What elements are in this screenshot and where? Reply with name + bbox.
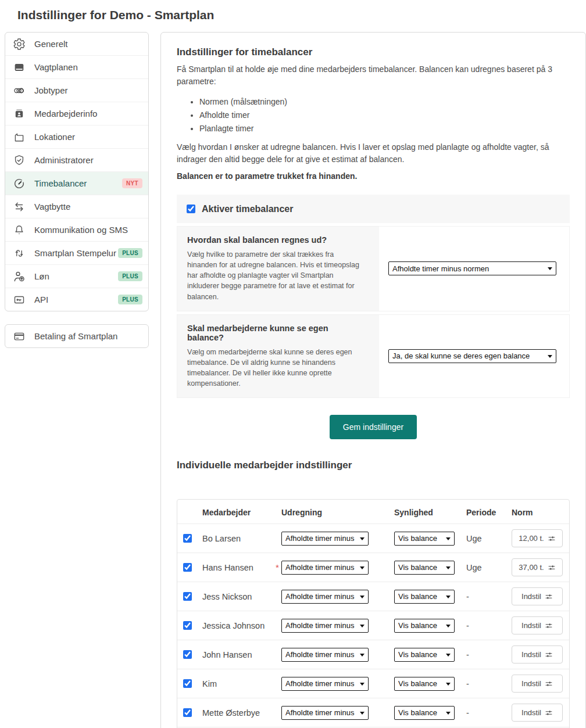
calculation-select[interactable]: Afholdte timer minus normen [388, 261, 556, 275]
visibility-setting-text: Skal medarbejderne kunne se egen balance… [177, 315, 379, 398]
table-row: Jessica Johnson * Afholdte timer minus n… [177, 611, 569, 640]
intro-paragraph: Få Smartplan til at holde øje med dine m… [177, 63, 555, 88]
sidebar-item-label: Betaling af Smartplan [34, 331, 117, 341]
employee-calculation-select[interactable]: Afholdte timer minus normen [281, 619, 369, 633]
sidebar-item-vagtplanen[interactable]: Vagtplanen [5, 56, 148, 79]
sliders-icon [545, 680, 553, 688]
sidebar-item-vagtbytte[interactable]: Vagtbytte [5, 195, 148, 218]
schedule-icon [12, 60, 26, 74]
sliders-icon [548, 564, 556, 572]
norm-button-label: 37,00 t. [519, 563, 544, 572]
save-settings-button[interactable]: Gem indstillinger [330, 415, 417, 439]
employee-checkbox[interactable] [183, 592, 192, 601]
api-key-icon [12, 293, 26, 307]
employee-visibility-select[interactable]: Vis balance [394, 619, 455, 633]
employee-visibility-select[interactable]: Vis balance [394, 561, 455, 575]
payroll-person-icon [12, 270, 26, 284]
employee-checkbox[interactable] [183, 563, 192, 572]
sidebar-item-api[interactable]: API PLUS [5, 288, 148, 311]
norm-button[interactable]: Indstil [512, 616, 563, 634]
explanation-paragraph: Vælg hvordan I ønsker at udregne balance… [177, 141, 555, 166]
employee-checkbox[interactable] [183, 534, 192, 543]
column-header-norm: Norm [512, 508, 569, 517]
employee-name: Jess Nickson [202, 592, 281, 601]
sidebar-item-timebalancer[interactable]: Timebalancer NYT [5, 172, 148, 195]
employee-period: - [466, 679, 512, 688]
employee-calculation-select[interactable]: Afholdte timer minus normen [281, 706, 369, 720]
norm-button[interactable]: Indstil [512, 645, 563, 664]
visibility-select-wrap: Ja, de skal kunne se deres egen balance [388, 349, 556, 363]
employee-visibility-select[interactable]: Vis balance [394, 706, 455, 720]
employee-calculation-select[interactable]: Afholdte timer minus normen [281, 532, 369, 546]
employee-table-body: Bo Larsen * Afholdte timer minus normen … [177, 523, 569, 728]
calculation-select-wrap: Afholdte timer minus normen [388, 261, 556, 275]
employee-period: - [466, 650, 512, 659]
norm-button-label: Indstil [521, 708, 541, 717]
sidebar-item-medarbejderinfo[interactable]: Medarbejderinfo [5, 102, 148, 125]
sidebar-item-administratorer[interactable]: Administratorer [5, 149, 148, 172]
sidebar-item-label: Løn [34, 271, 49, 281]
employee-period: - [466, 592, 512, 601]
column-header-periode: Periode [466, 508, 512, 517]
norm-button-label: Indstil [521, 592, 541, 601]
sidebar-item-label: Administratorer [34, 155, 94, 165]
employee-period: Uge [466, 563, 512, 572]
norm-button[interactable]: 37,00 t. [512, 558, 563, 576]
sidebar-item-label: Timebalancer [34, 178, 87, 188]
employee-period: - [466, 708, 512, 718]
parameter-list-item: Planlagte timer [199, 124, 570, 133]
sidebar-item-label: Vagtplanen [34, 62, 78, 72]
required-asterisk: * [276, 562, 279, 572]
employee-calculation-select[interactable]: Afholdte timer minus planlagte timer [281, 561, 369, 575]
norm-button-label: Indstil [521, 621, 541, 630]
sidebar-item-kommunikation-og-sms[interactable]: Kommunikation og SMS [5, 218, 148, 242]
stamp-clock-icon [12, 246, 26, 260]
employee-checkbox[interactable] [183, 621, 192, 630]
sliders-icon [545, 709, 553, 717]
employee-checkbox[interactable] [183, 679, 192, 688]
sidebar-item-l-n[interactable]: Løn PLUS [5, 265, 148, 288]
employee-calculation-select[interactable]: Afholdte timer minus normen [281, 590, 369, 604]
sliders-icon [548, 535, 556, 543]
employee-checkbox[interactable] [183, 708, 192, 717]
employee-visibility-select[interactable]: Vis balance [394, 590, 455, 604]
activate-timebalancer-checkbox[interactable] [187, 205, 195, 213]
sidebar-item-betaling-af-smartplan[interactable]: Betaling af Smartplan [5, 325, 148, 347]
links-icon [12, 84, 26, 98]
sidebar-item-jobtyper[interactable]: Jobtyper [5, 79, 148, 102]
employee-visibility-select[interactable]: Vis balance [394, 648, 455, 662]
sidebar-item-label: Jobtyper [34, 85, 68, 95]
employee-table-header: Medarbejder Udregning Synlighed Periode … [177, 500, 569, 523]
sliders-icon [545, 651, 553, 659]
sidebar-item-lokationer[interactable]: Lokationer [5, 125, 148, 149]
sidebar-item-label: API [34, 295, 48, 304]
visibility-select[interactable]: Ja, de skal kunne se deres egen balance [388, 349, 556, 363]
employee-name: Kim [202, 679, 281, 688]
employee-name: Mette Østerbye [202, 708, 281, 718]
employee-calculation-select[interactable]: Afholdte timer minus normen [281, 677, 369, 691]
norm-button[interactable]: 12,00 t. [512, 529, 563, 547]
main-panel: Indstillinger for timebalancer Få Smartp… [160, 32, 586, 728]
sidebar-item-label: Generelt [34, 39, 68, 49]
column-header-udregning: Udregning [281, 508, 394, 517]
page-title: Indstillinger for Demo - Smartplan [0, 0, 586, 32]
employee-checkbox[interactable] [183, 650, 192, 659]
visibility-setting-description: Vælg om medarbejderne skal kunne se dere… [187, 347, 365, 389]
id-card-icon [12, 107, 26, 121]
sidebar-item-generelt[interactable]: Generelt [5, 33, 148, 56]
norm-button[interactable]: Indstil [512, 587, 563, 605]
employee-visibility-select[interactable]: Vis balance [394, 677, 455, 691]
employee-visibility-select[interactable]: Vis balance [394, 532, 455, 546]
parameter-list: Normen (målsætningen)Afholdte timerPlanl… [177, 97, 570, 133]
table-row: Jess Nickson * Afholdte timer minus norm… [177, 582, 569, 611]
norm-button[interactable]: Indstil [512, 704, 563, 722]
table-row: Mette Østerbye * Afholdte timer minus no… [177, 698, 569, 727]
norm-button[interactable]: Indstil [512, 675, 563, 693]
activate-timebalancer-row: Aktiver timebalancer [177, 195, 570, 223]
individual-settings-heading: Individuelle medarbejder indstillinger [177, 460, 570, 471]
sliders-icon [545, 622, 553, 630]
sidebar-item-smartplan-stempelur[interactable]: Smartplan Stempelur PLUS [5, 242, 148, 265]
plus-badge: PLUS [118, 271, 142, 281]
credit-card-icon [12, 329, 26, 343]
employee-calculation-select[interactable]: Afholdte timer minus normen [281, 648, 369, 662]
